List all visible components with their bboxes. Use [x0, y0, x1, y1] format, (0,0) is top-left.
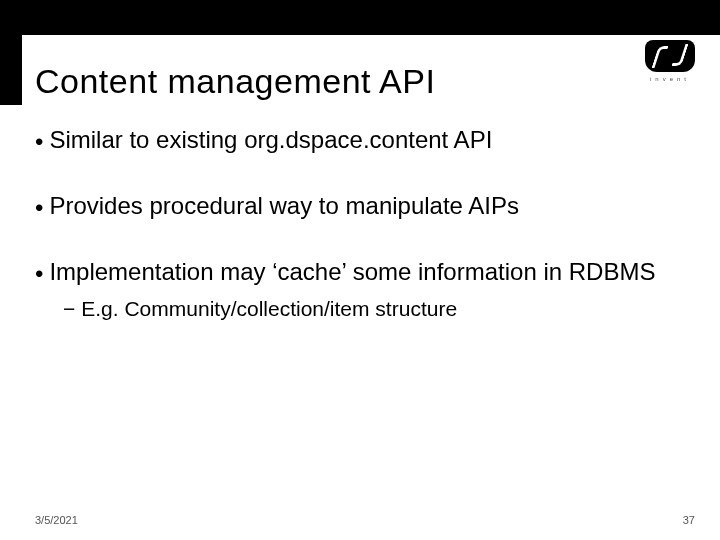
- hp-logo: invent: [645, 40, 695, 82]
- bullet-text: Provides procedural way to manipulate AI…: [49, 191, 519, 221]
- bullet-item: • Provides procedural way to manipulate …: [35, 191, 685, 223]
- slide-title: Content management API: [35, 62, 435, 101]
- top-bar: [0, 0, 720, 35]
- footer-page-number: 37: [683, 514, 695, 526]
- left-accent-block: [0, 35, 22, 105]
- bullet-text: Implementation may ‘cache’ some informat…: [49, 257, 655, 287]
- dash-icon: −: [63, 295, 75, 322]
- slide-body: • Similar to existing org.dspace.content…: [35, 125, 685, 322]
- footer-date: 3/5/2021: [35, 514, 78, 526]
- sub-bullet-text: E.g. Community/collection/item structure: [81, 295, 457, 322]
- hp-logo-text: invent: [645, 76, 695, 82]
- bullet-icon: •: [35, 127, 43, 157]
- bullet-icon: •: [35, 193, 43, 223]
- bullet-text: Similar to existing org.dspace.content A…: [49, 125, 492, 155]
- bullet-icon: •: [35, 259, 43, 289]
- hp-logo-icon: [645, 40, 695, 72]
- bullet-item: • Implementation may ‘cache’ some inform…: [35, 257, 685, 289]
- bullet-item: • Similar to existing org.dspace.content…: [35, 125, 685, 157]
- sub-bullet-item: − E.g. Community/collection/item structu…: [63, 295, 685, 322]
